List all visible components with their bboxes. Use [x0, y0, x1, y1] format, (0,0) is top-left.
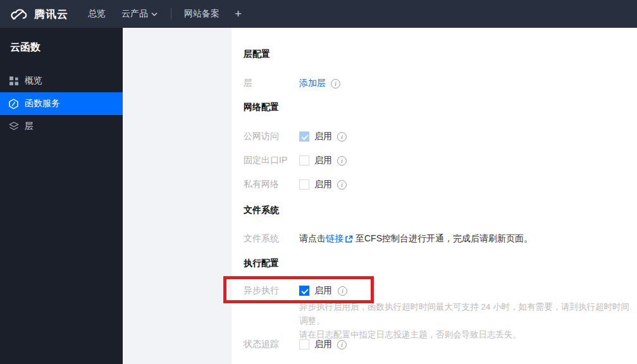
async-execution-row: 异步执行 启用 [244, 283, 347, 298]
info-icon[interactable] [331, 79, 340, 88]
grid-icon [8, 76, 19, 87]
file-system-instruction: 请点击 链接 至CFS控制台进行开通，完成后请刷新页面。 [299, 233, 533, 245]
file-system-label: 文件系统 [244, 233, 299, 245]
top-navbar: 腾讯云 总览 云产品 网站备案 + [0, 0, 637, 28]
status-tracking-label: 状态追踪 [244, 339, 299, 350]
function-hexagon-icon [8, 99, 19, 109]
sidebar-item-label: 概览 [25, 75, 42, 87]
sidebar: 云函数 概览 [0, 28, 123, 364]
fixed-outbound-ip-label: 固定出口IP [244, 155, 299, 166]
hint-line-2: 请在日志配置中指定日志投递主题，否则会导致日志丢失。 [299, 328, 634, 342]
public-access-label: 公网访问 [244, 131, 299, 142]
async-execution-hint: 异步执行启用后，函数执行超时时间最大可支持 24 小时，如有需要，请到执行超时时… [299, 300, 634, 342]
navbar-menu: 总览 云产品 网站备案 + [68, 7, 242, 21]
nav-item-cloud-products-label: 云产品 [121, 8, 148, 20]
sidebar-item-overview[interactable]: 概览 [0, 70, 123, 92]
async-execution-label: 异步执行 [244, 285, 299, 296]
add-tab-button[interactable]: + [235, 7, 242, 21]
enable-label: 启用 [314, 285, 332, 296]
status-tracking-row: 状态追踪 启用 [244, 337, 347, 352]
async-execution-checkbox[interactable] [299, 286, 309, 296]
layer-label: 层 [244, 78, 299, 89]
sidebar-item-layers[interactable]: 层 [0, 115, 123, 138]
private-network-label: 私有网络 [244, 179, 299, 190]
sidebar-menu: 概览 函数服务 层 [0, 70, 123, 138]
sidebar-title: 云函数 [0, 28, 123, 54]
enable-label: 启用 [314, 339, 332, 350]
brand[interactable]: 腾讯云 [9, 7, 68, 21]
hint-line-1: 异步执行启用后，函数执行超时时间最大可支持 24 小时，如有需要，请到执行超时时… [299, 300, 634, 328]
instruction-text-after: 至CFS控制台进行开通，完成后请刷新页面。 [356, 233, 533, 245]
info-icon[interactable] [337, 132, 347, 142]
nav-item-overview[interactable]: 总览 [88, 8, 106, 20]
instruction-text-before: 请点击 [299, 233, 326, 245]
private-network-checkbox[interactable] [299, 179, 309, 190]
tencent-cloud-logo-icon [9, 7, 29, 21]
add-layer-link[interactable]: 添加层 [299, 78, 326, 89]
public-access-checkbox[interactable] [299, 131, 309, 142]
info-icon[interactable] [338, 286, 347, 296]
sidebar-item-label: 层 [25, 121, 34, 132]
sidebar-item-label: 函数服务 [25, 98, 60, 109]
cfs-console-link[interactable]: 链接 [326, 233, 343, 245]
external-link-icon[interactable] [345, 235, 353, 243]
nav-divider [171, 8, 171, 20]
brand-name: 腾讯云 [34, 7, 68, 21]
settings-form: 层配置 层 添加层 网络配置 公网访问 启用 固定出口IP 启用 私有网络 启用… [232, 28, 637, 364]
tencent-cloud-console: 腾讯云 总览 云产品 网站备案 + 云函数 [0, 0, 637, 364]
private-network-row: 私有网络 启用 [244, 177, 347, 192]
chevron-down-icon [151, 12, 158, 16]
info-icon[interactable] [337, 180, 347, 190]
status-tracking-checkbox[interactable] [299, 339, 309, 349]
layer-row: 层 添加层 [244, 76, 340, 91]
secondary-panel [123, 28, 232, 364]
section-title-network-config: 网络配置 [244, 102, 279, 113]
layers-icon [8, 121, 19, 132]
enable-label: 启用 [314, 131, 332, 142]
nav-item-icp-filing[interactable]: 网站备案 [184, 8, 220, 20]
info-icon[interactable] [337, 340, 347, 349]
info-icon[interactable] [337, 156, 347, 166]
nav-item-cloud-products[interactable]: 云产品 [121, 8, 158, 20]
section-title-execution-config: 执行配置 [244, 258, 279, 269]
enable-label: 启用 [314, 155, 332, 166]
fixed-outbound-ip-row: 固定出口IP 启用 [244, 153, 347, 168]
sidebar-item-function-service[interactable]: 函数服务 [0, 92, 123, 115]
enable-label: 启用 [314, 179, 332, 190]
section-title-file-system: 文件系统 [244, 205, 279, 216]
file-system-row: 文件系统 请点击 链接 至CFS控制台进行开通，完成后请刷新页面。 [244, 231, 533, 246]
public-access-row: 公网访问 启用 [244, 129, 347, 144]
fixed-outbound-ip-checkbox[interactable] [299, 155, 309, 166]
section-title-layer-config: 层配置 [244, 49, 270, 60]
